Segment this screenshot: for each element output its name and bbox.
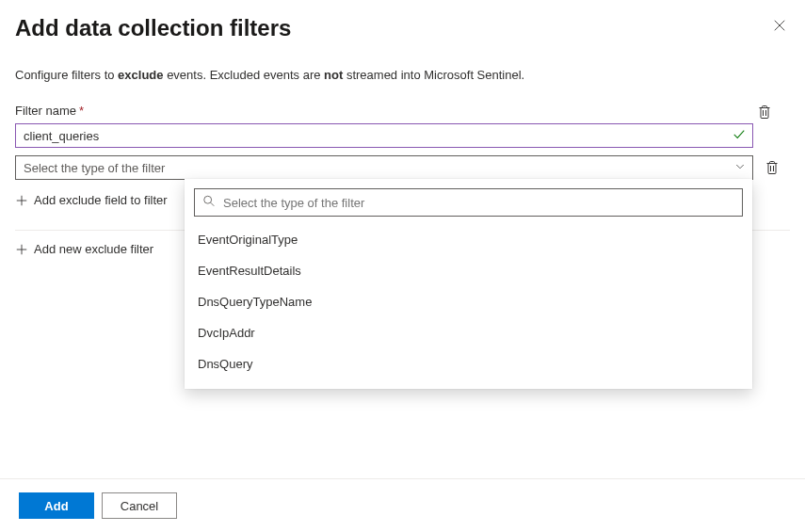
delete-type-button[interactable] (761, 156, 783, 179)
footer: Add Cancel (0, 478, 805, 532)
page-title: Add data collection filters (15, 15, 291, 41)
trash-icon (757, 105, 772, 120)
delete-filter-button[interactable] (753, 101, 776, 123)
dropdown-option[interactable]: EventOriginalType (185, 224, 752, 255)
dropdown-option[interactable]: DnsQueryTypeName (185, 286, 752, 317)
svg-line-11 (211, 202, 215, 206)
filter-name-input[interactable] (15, 123, 753, 148)
checkmark-icon (733, 128, 746, 144)
close-button[interactable] (769, 15, 790, 39)
svg-point-10 (204, 196, 212, 203)
add-exclude-field-button[interactable]: Add exclude field to filter (15, 187, 168, 213)
add-button[interactable]: Add (19, 492, 94, 519)
plus-icon (15, 243, 28, 256)
dropdown-option[interactable]: EventResultDetails (185, 255, 752, 286)
filter-type-dropdown[interactable]: Select the type of the filter (15, 155, 753, 180)
filter-type-dropdown-menu: EventOriginalType EventResultDetails Dns… (185, 179, 752, 389)
dropdown-option[interactable]: DvcIpAddr (185, 317, 752, 348)
filter-name-label: Filter name* (15, 104, 84, 118)
close-icon (773, 19, 786, 32)
dropdown-option[interactable]: DnsQuery (185, 348, 752, 379)
description-text: Configure filters to exclude events. Exc… (15, 68, 790, 82)
trash-icon (765, 160, 780, 175)
add-new-filter-button[interactable]: Add new exclude filter (15, 236, 153, 262)
search-icon (202, 195, 216, 211)
plus-icon (15, 194, 28, 207)
cancel-button[interactable]: Cancel (102, 492, 177, 519)
dropdown-search-input[interactable] (194, 188, 743, 217)
